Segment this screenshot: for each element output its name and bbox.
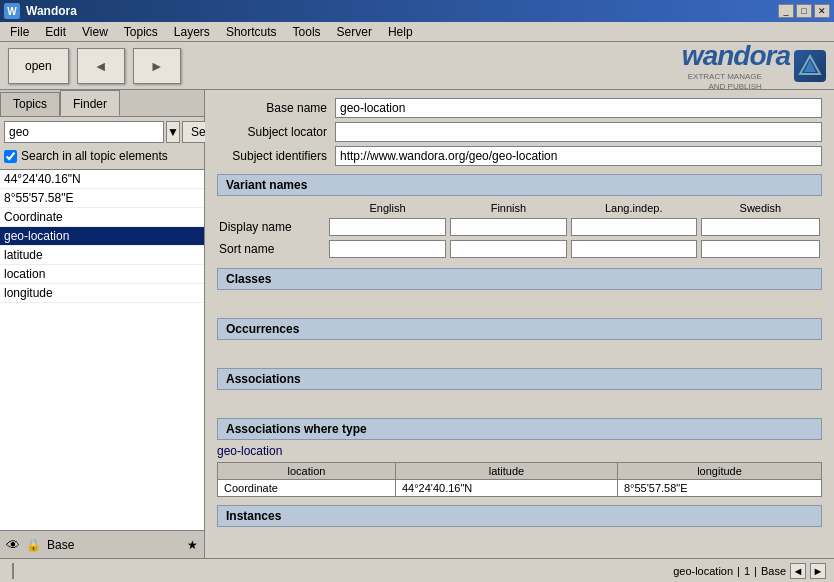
right-panel: Base name Subject locator Subject identi…: [205, 90, 834, 558]
status-icon2[interactable]: ►: [810, 563, 826, 579]
base-label: Base: [47, 538, 74, 552]
assoc-col-longitude: longitude: [617, 463, 821, 480]
sort-name-finnish[interactable]: [450, 240, 567, 258]
result-item[interactable]: 44°24'40.16"N: [0, 170, 204, 189]
logo-text: wandora: [682, 40, 790, 72]
menu-layers[interactable]: Layers: [166, 23, 218, 41]
status-separator: |: [737, 565, 740, 577]
col-finnish: Finnish: [448, 200, 569, 216]
result-item[interactable]: longitude: [0, 284, 204, 303]
app-icon: W: [4, 3, 20, 19]
status-bar: geo-location | 1 | Base ◄ ►: [0, 558, 834, 582]
search-input[interactable]: [4, 121, 164, 143]
left-bottom-bar: 👁 🔒 Base ★: [0, 530, 204, 558]
menu-server[interactable]: Server: [329, 23, 380, 41]
logo-subtitle: EXTRACT MANAGE AND PUBLISH: [682, 72, 762, 91]
sort-name-label: Sort name: [217, 238, 327, 260]
horizontal-scrollbar[interactable]: [12, 563, 14, 579]
assoc-table-row: Coordinate 44°24'40.16"N 8°55'57.58"E: [218, 480, 822, 497]
subject-locator-label: Subject locator: [217, 125, 327, 139]
status-icon1[interactable]: ◄: [790, 563, 806, 579]
title-bar-title: W Wandora: [4, 3, 77, 19]
assoc-cell-location[interactable]: Coordinate: [218, 480, 396, 497]
result-item[interactable]: location: [0, 265, 204, 284]
assoc-col-latitude: latitude: [395, 463, 617, 480]
subject-locator-input[interactable]: [335, 122, 822, 142]
sort-name-swedish[interactable]: [701, 240, 820, 258]
subject-identifiers-row: Subject identifiers: [217, 146, 822, 166]
base-name-label: Base name: [217, 101, 327, 115]
search-row: ▼ Search: [4, 121, 200, 143]
search-dropdown[interactable]: ▼: [166, 121, 180, 143]
logo-icon: [794, 50, 826, 82]
associations-header: Associations: [217, 368, 822, 390]
lock-icon: 🔒: [26, 538, 41, 552]
status-separator2: |: [754, 565, 757, 577]
title-bar: W Wandora _ □ ✕: [0, 0, 834, 22]
variant-display-row: Display name: [217, 216, 822, 238]
associations-table: location latitude longitude Coordinate 4…: [217, 462, 822, 497]
search-all-label: Search in all topic elements: [21, 149, 168, 163]
back-arrow-icon: ◄: [94, 58, 108, 74]
assoc-cell-longitude[interactable]: 8°55'57.58"E: [617, 480, 821, 497]
result-item[interactable]: Coordinate: [0, 208, 204, 227]
subject-identifiers-input[interactable]: [335, 146, 822, 166]
occurrences-header: Occurrences: [217, 318, 822, 340]
menu-file[interactable]: File: [2, 23, 37, 41]
menu-help[interactable]: Help: [380, 23, 421, 41]
col-swedish: Swedish: [699, 200, 822, 216]
result-item-selected[interactable]: geo-location: [0, 227, 204, 246]
search-area: ▼ Search Search in all topic elements: [0, 117, 204, 169]
minimize-button[interactable]: _: [778, 4, 794, 18]
window-title: Wandora: [26, 4, 77, 18]
classes-header: Classes: [217, 268, 822, 290]
assoc-cell-latitude[interactable]: 44°24'40.16"N: [395, 480, 617, 497]
open-button[interactable]: open: [8, 48, 69, 84]
search-checkbox-row: Search in all topic elements: [4, 147, 200, 165]
menu-topics[interactable]: Topics: [116, 23, 166, 41]
logo-area: wandora EXTRACT MANAGE AND PUBLISH: [682, 40, 826, 91]
forward-arrow-icon: ►: [150, 58, 164, 74]
base-name-row: Base name: [217, 98, 822, 118]
search-all-checkbox[interactable]: [4, 150, 17, 163]
assoc-where-type-header: Associations where type: [217, 418, 822, 440]
title-bar-controls[interactable]: _ □ ✕: [778, 4, 830, 18]
result-item[interactable]: 8°55'57.58"E: [0, 189, 204, 208]
display-name-langindep[interactable]: [571, 218, 697, 236]
forward-button[interactable]: ►: [133, 48, 181, 84]
variant-names-header: Variant names: [217, 174, 822, 196]
status-right: geo-location | 1 | Base ◄ ►: [673, 563, 826, 579]
status-number: 1: [744, 565, 750, 577]
eye-icon[interactable]: 👁: [6, 537, 20, 553]
maximize-button[interactable]: □: [796, 4, 812, 18]
main-area: Topics Finder ▼ Search Search in all top…: [0, 90, 834, 558]
assoc-type-label[interactable]: geo-location: [217, 444, 822, 458]
menu-view[interactable]: View: [74, 23, 116, 41]
base-name-input[interactable]: [335, 98, 822, 118]
tab-bar: Topics Finder: [0, 90, 204, 117]
sort-name-langindep[interactable]: [571, 240, 697, 258]
status-base: Base: [761, 565, 786, 577]
menu-shortcuts[interactable]: Shortcuts: [218, 23, 285, 41]
tab-finder[interactable]: Finder: [60, 90, 120, 116]
left-panel: Topics Finder ▼ Search Search in all top…: [0, 90, 205, 558]
back-button[interactable]: ◄: [77, 48, 125, 84]
tab-topics[interactable]: Topics: [0, 92, 60, 116]
close-button[interactable]: ✕: [814, 4, 830, 18]
menu-tools[interactable]: Tools: [285, 23, 329, 41]
col-langindep: Lang.indep.: [569, 200, 699, 216]
menu-edit[interactable]: Edit: [37, 23, 74, 41]
display-name-swedish[interactable]: [701, 218, 820, 236]
col-english: English: [327, 200, 448, 216]
status-topic: geo-location: [673, 565, 733, 577]
display-name-finnish[interactable]: [450, 218, 567, 236]
sort-name-english[interactable]: [329, 240, 446, 258]
assoc-col-location: location: [218, 463, 396, 480]
star-icon[interactable]: ★: [187, 538, 198, 552]
instances-header: Instances: [217, 505, 822, 527]
right-scroll-area: Base name Subject locator Subject identi…: [205, 90, 834, 558]
result-item[interactable]: latitude: [0, 246, 204, 265]
display-name-english[interactable]: [329, 218, 446, 236]
variant-sort-row: Sort name: [217, 238, 822, 260]
variant-names-table: English Finnish Lang.indep. Swedish Disp…: [217, 200, 822, 260]
